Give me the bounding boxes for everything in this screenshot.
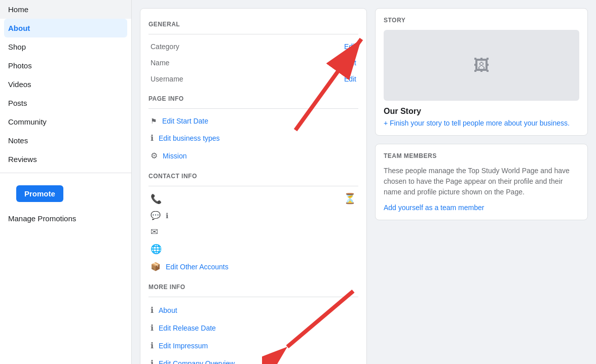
- info-icon-1: ℹ: [151, 133, 154, 143]
- edit-business-types-row[interactable]: ℹ Edit business types: [148, 129, 358, 147]
- sidebar-item-community[interactable]: Community: [0, 112, 131, 131]
- right-panel: STORY 🖼 Our Story + Finish your story to…: [375, 8, 588, 364]
- messenger-row: 💬 ℹ: [148, 208, 342, 223]
- contact-info-title: CONTACT INFO: [148, 169, 358, 184]
- about-panel: GENERAL Category Edit Name Edit Username…: [140, 8, 367, 364]
- team-title: TEAM MEMBERS: [384, 152, 579, 166]
- promote-button[interactable]: Promote: [16, 185, 63, 202]
- manage-promotions-link[interactable]: Manage Promotions: [0, 210, 131, 227]
- sidebar-item-shop[interactable]: Shop: [0, 37, 131, 56]
- settings-icon: ⚙: [151, 151, 158, 160]
- name-row: Name Edit: [148, 55, 358, 71]
- email-row: ✉: [148, 223, 342, 240]
- info-icon-impressum: ℹ: [151, 341, 154, 350]
- globe-icon: 🌐: [151, 244, 162, 255]
- more-info-title: MORE INFO: [148, 279, 358, 295]
- sidebar-item-videos[interactable]: Videos: [0, 75, 131, 94]
- sidebar-divider: [0, 173, 131, 173]
- more-info-divider: [148, 297, 358, 297]
- sidebar-item-home[interactable]: Home: [0, 0, 131, 19]
- sidebar-item-reviews[interactable]: Reviews: [0, 150, 131, 169]
- edit-start-date-row[interactable]: ⚑ Edit Start Date: [148, 113, 358, 129]
- story-title: STORY: [384, 17, 579, 30]
- username-label: Username: [151, 75, 183, 83]
- contact-divider: [148, 186, 358, 186]
- more-info-rows: ℹ About ℹ Edit Release Date ℹ Edit Impre…: [148, 301, 358, 364]
- mission-row[interactable]: ⚙ Mission: [148, 147, 358, 165]
- messenger-icon: 💬: [151, 211, 161, 220]
- page-info-divider: [148, 108, 358, 109]
- info-icon-messenger: ℹ: [166, 212, 168, 220]
- team-box: TEAM MEMBERS These people manage the Top…: [375, 144, 588, 220]
- story-image-placeholder: 🖼: [384, 30, 579, 101]
- finish-story-link[interactable]: + Finish your story to tell people more …: [384, 119, 579, 127]
- general-title: GENERAL: [148, 17, 358, 32]
- our-story-title: Our Story: [384, 107, 579, 116]
- edit-other-accounts-row[interactable]: 📦 Edit Other Accounts: [148, 258, 358, 275]
- category-label: Category: [151, 43, 179, 51]
- about-row[interactable]: ℹ About: [148, 301, 358, 319]
- name-label: Name: [151, 59, 169, 67]
- sidebar-item-notes[interactable]: Notes: [0, 131, 131, 150]
- phone-row: 📞: [148, 190, 342, 208]
- info-icon-company: ℹ: [151, 358, 154, 364]
- hourglass-icon: ⏳: [344, 192, 356, 205]
- add-team-member-link[interactable]: Add yourself as a team member: [384, 204, 579, 212]
- flag-icon: ⚑: [151, 117, 157, 125]
- globe-row: 🌐: [148, 240, 342, 258]
- hourglass-area: ⏳: [342, 190, 358, 207]
- main-content: GENERAL Category Edit Name Edit Username…: [132, 0, 596, 364]
- email-icon: ✉: [151, 226, 158, 237]
- page-info-title: PAGE INFO: [148, 91, 358, 106]
- username-row: Username Edit: [148, 71, 358, 87]
- info-icon-about: ℹ: [151, 305, 154, 315]
- name-edit[interactable]: Edit: [344, 59, 356, 67]
- category-row: Category Edit: [148, 38, 358, 55]
- category-edit[interactable]: Edit: [344, 43, 356, 51]
- story-box: STORY 🖼 Our Story + Finish your story to…: [375, 8, 588, 136]
- team-description: These people manage the Top Study World …: [384, 166, 579, 197]
- story-image-icon: 🖼: [473, 56, 490, 75]
- sidebar-item-about[interactable]: About: [4, 19, 127, 37]
- sidebar-item-photos[interactable]: Photos: [0, 56, 131, 75]
- edit-impressum-row[interactable]: ℹ Edit Impressum: [148, 337, 358, 354]
- sidebar-item-posts[interactable]: Posts: [0, 94, 131, 112]
- edit-company-overview-row[interactable]: ℹ Edit Company Overview: [148, 354, 358, 364]
- phone-icon: 📞: [151, 193, 162, 205]
- contact-icons-col: 📞 💬 ℹ ✉ 🌐: [148, 190, 342, 258]
- edit-release-date-row[interactable]: ℹ Edit Release Date: [148, 319, 358, 337]
- contact-rows-wrapper: 📞 💬 ℹ ✉ 🌐 ⏳: [148, 190, 358, 258]
- sidebar: Home About Shop Photos Videos Posts Comm…: [0, 0, 132, 364]
- package-icon: 📦: [151, 262, 161, 271]
- username-edit[interactable]: Edit: [344, 75, 356, 83]
- info-icon-release: ℹ: [151, 323, 154, 333]
- general-divider: [148, 34, 358, 34]
